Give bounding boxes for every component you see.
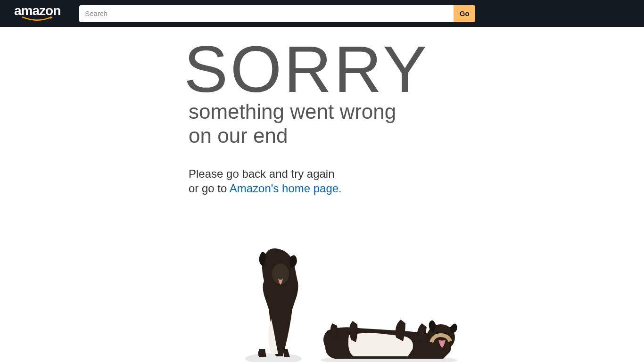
subheading-line2: on our end	[189, 124, 288, 147]
search-input[interactable]	[79, 5, 454, 22]
home-page-link[interactable]: Amazon's home page.	[230, 182, 342, 195]
search-go-button[interactable]: Go	[454, 5, 475, 22]
amazon-logo[interactable]: amazon	[14, 4, 60, 23]
error-instructions: Please go back and try again or go to Am…	[189, 166, 644, 196]
dogs-illustration	[203, 224, 467, 362]
svg-point-0	[245, 353, 302, 362]
error-subheading: something went wrong on our end	[189, 100, 644, 148]
sorry-heading: SORRY	[184, 36, 644, 102]
instruction-line2-prefix: or go to	[189, 182, 230, 195]
header: amazon Go	[0, 0, 644, 27]
search-container: Go	[79, 5, 475, 22]
dog-lying-icon	[311, 290, 467, 362]
subheading-line1: something went wrong	[189, 100, 396, 123]
instruction-line1: Please go back and try again	[189, 167, 335, 180]
dog-sitting-icon	[231, 234, 316, 362]
amazon-smile-icon	[20, 16, 55, 23]
logo-text: amazon	[14, 4, 60, 17]
error-content: SORRY something went wrong on our end Pl…	[0, 27, 644, 362]
